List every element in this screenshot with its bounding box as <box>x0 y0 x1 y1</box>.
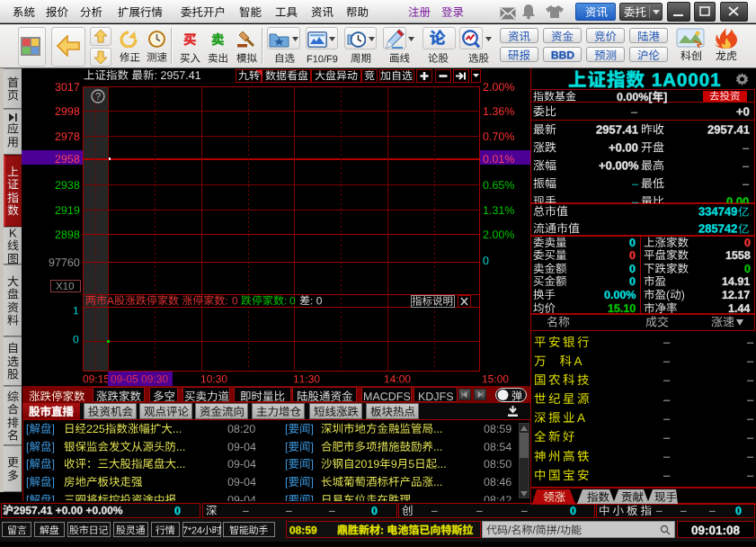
svg-text:?: ? <box>95 91 101 102</box>
